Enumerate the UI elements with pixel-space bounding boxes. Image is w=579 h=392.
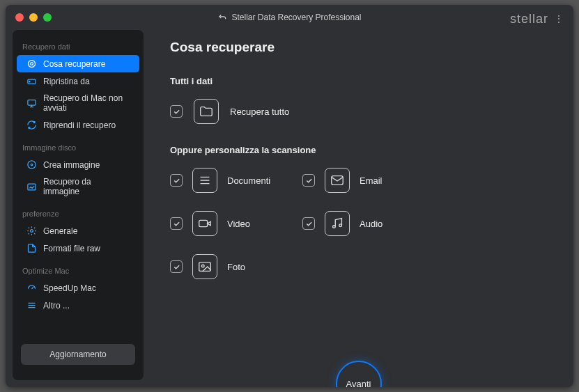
image-recover-icon (26, 182, 37, 192)
recover-all-label: Recupera tutto (230, 107, 289, 117)
titlebar: Stellar Data Recovery Professional stell… (6, 5, 573, 30)
option-label: Email (360, 175, 383, 186)
list-icon (26, 300, 37, 311)
sidebar-item-general[interactable]: Generale (17, 222, 139, 240)
gauge-icon (26, 283, 37, 293)
sidebar-item-label: Recupero da immagine (43, 177, 130, 196)
sidebar-item-resume-recovery[interactable]: Riprendi il recupero (17, 116, 139, 134)
sidebar-item-label: Generale (43, 226, 77, 236)
sidebar-item-label: Riprendi il recupero (43, 120, 116, 130)
sidebar-item-label: Altro ... (43, 301, 70, 311)
customize-header: Oppure personalizza la scansione (170, 145, 548, 155)
minimize-window-button[interactable] (29, 13, 38, 22)
option-label: Video (227, 219, 250, 229)
sidebar-item-label: Recupero di Mac non avviati (43, 93, 130, 113)
svg-rect-10 (199, 220, 208, 226)
sidebar-item-recover-from-image[interactable]: Recupero da immagine (17, 173, 139, 200)
sidebar-item-label: Crea immagine (43, 160, 100, 170)
checkbox-photo[interactable] (170, 260, 183, 273)
sidebar-item-raw-formats[interactable]: Formati file raw (17, 240, 139, 257)
brand-logo: stellar (510, 12, 548, 26)
svg-point-3 (29, 81, 30, 82)
svg-point-14 (201, 265, 204, 267)
option-video[interactable]: Video (170, 211, 302, 236)
svg-point-12 (339, 224, 342, 227)
sidebar-item-create-image[interactable]: Crea immagine (17, 156, 139, 173)
option-audio[interactable]: Audio (302, 211, 435, 236)
sidebar-item-label: Ripristina da (43, 77, 90, 86)
option-label: Foto (227, 262, 245, 272)
checkbox-documents[interactable] (170, 174, 183, 187)
sidebar-header-disk-image: Immagine disco (13, 139, 144, 156)
svg-rect-9 (332, 176, 343, 185)
sidebar-header-preferences: preferenze (13, 205, 144, 222)
checkbox-audio[interactable] (302, 217, 315, 230)
next-button[interactable]: Avanti (336, 361, 382, 387)
svg-point-5 (28, 161, 36, 168)
option-email[interactable]: Email (302, 168, 435, 193)
drive-icon (26, 76, 37, 86)
svg-point-1 (31, 63, 33, 65)
app-window: Stellar Data Recovery Professional stell… (6, 5, 573, 387)
option-documents[interactable]: Documenti (170, 168, 302, 193)
photo-icon (192, 254, 217, 279)
maximize-window-button[interactable] (43, 13, 52, 22)
sidebar-item-label: Cosa recuperare (43, 59, 105, 69)
sidebar-item-label: Formati file raw (43, 244, 100, 253)
svg-point-11 (333, 226, 336, 228)
refresh-icon (26, 120, 37, 130)
window-controls (15, 13, 52, 22)
monitor-icon (26, 98, 37, 109)
option-label: Documenti (227, 175, 270, 186)
svg-rect-4 (28, 100, 36, 105)
audio-icon (325, 211, 350, 236)
update-button[interactable]: Aggiornamento (21, 344, 135, 365)
email-icon (325, 168, 350, 193)
sidebar-header-optimize: Optimize Mac (13, 262, 144, 279)
video-icon (192, 211, 217, 236)
file-icon (26, 243, 37, 253)
back-arrow-icon (217, 13, 227, 22)
sidebar-item-what-to-recover[interactable]: Cosa recuperare (17, 55, 139, 72)
close-window-button[interactable] (15, 13, 24, 22)
option-photo[interactable]: Foto (170, 254, 302, 279)
page-title: Cosa recuperare (170, 40, 548, 55)
sidebar-item-non-booting-mac[interactable]: Recupero di Mac non avviati (17, 90, 139, 116)
option-label: Audio (360, 219, 383, 229)
svg-rect-7 (28, 184, 36, 190)
sidebar-item-label: SpeedUp Mac (43, 283, 96, 293)
target-icon (26, 58, 37, 69)
all-data-header: Tutti i dati (170, 76, 548, 86)
sidebar-item-recover-from[interactable]: Ripristina da (17, 72, 139, 90)
sidebar-item-speedup-mac[interactable]: SpeedUp Mac (17, 279, 139, 297)
svg-point-6 (31, 164, 33, 166)
svg-point-8 (31, 230, 33, 233)
folder-icon (194, 99, 219, 124)
sidebar-header-recovery: Recupero dati (13, 38, 144, 55)
svg-point-0 (29, 61, 36, 68)
sidebar: Recupero dati Cosa recuperare Ripristina… (13, 30, 144, 380)
main-content: Cosa recuperare Tutti i dati Recupera tu… (144, 30, 573, 387)
disk-icon (26, 159, 37, 170)
checkbox-recover-all[interactable] (170, 105, 183, 118)
gear-icon (26, 226, 37, 236)
more-menu-button[interactable]: ⋮ (554, 13, 564, 24)
checkbox-video[interactable] (170, 217, 183, 230)
checkbox-email[interactable] (302, 174, 315, 187)
window-title: Stellar Data Recovery Professional (6, 13, 573, 22)
sidebar-item-other[interactable]: Altro ... (17, 297, 139, 314)
documents-icon (192, 168, 217, 193)
